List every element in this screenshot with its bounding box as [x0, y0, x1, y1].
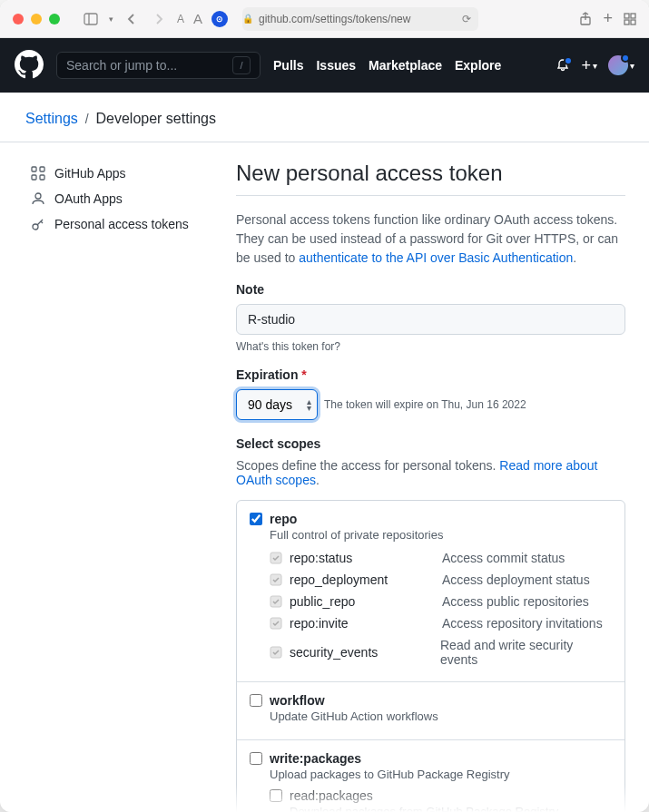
scope-group-write-packages: write:packages Upload packages to GitHub… — [237, 740, 624, 812]
key-icon — [31, 217, 45, 231]
apps-icon — [31, 166, 45, 181]
link-api-auth[interactable]: authenticate to the API over Basic Authe… — [299, 250, 573, 265]
nav-issues[interactable]: Issues — [316, 58, 356, 73]
scopes-description: Scopes define the access for personal to… — [236, 458, 625, 487]
browser-chrome: ▾ A A ⊙ 🔒 github.com/settings/tokens/new… — [0, 0, 649, 38]
scope-row: repo:invite Access repository invitation… — [270, 612, 612, 634]
primary-nav: Pulls Issues Marketplace Explore — [273, 58, 501, 73]
sidebar-item-label: Personal access tokens — [54, 217, 189, 231]
password-extension-icon[interactable]: ⊙ — [211, 11, 228, 27]
new-tab-icon[interactable]: + — [603, 9, 613, 28]
scope-group-workflow: workflow Update GitHub Action workflows — [237, 682, 624, 740]
settings-sidebar: GitHub Apps OAuth Apps Personal access t… — [24, 161, 214, 812]
sidebar-item-github-apps[interactable]: GitHub Apps — [24, 161, 214, 186]
svg-point-11 — [35, 193, 41, 199]
svg-rect-8 — [40, 167, 44, 171]
breadcrumb-current: Developer settings — [95, 111, 216, 126]
sidebar-item-personal-access-tokens[interactable]: Personal access tokens — [24, 211, 214, 237]
scope-desc: Upload packages to GitHub Package Regist… — [270, 768, 612, 781]
svg-rect-3 — [624, 14, 629, 18]
scope-row: security_events Read and write security … — [270, 634, 612, 670]
close-window-icon[interactable] — [13, 14, 24, 24]
page-title: New personal access token — [236, 161, 625, 196]
slash-key-icon: / — [232, 56, 251, 74]
scope-checkbox-write-packages[interactable] — [250, 752, 262, 765]
scope-row: repo_deployment Access deployment status — [270, 569, 612, 591]
scope-checkbox-workflow[interactable] — [250, 694, 262, 707]
forward-button[interactable] — [150, 10, 168, 28]
note-hint: What's this token for? — [236, 340, 625, 353]
scope-name: read:packages — [290, 788, 373, 803]
avatar-icon — [608, 55, 628, 75]
svg-rect-4 — [631, 14, 635, 18]
checked-disabled-icon — [270, 552, 282, 564]
sidebar-toggle-icon[interactable] — [82, 10, 100, 28]
sidebar-item-label: GitHub Apps — [54, 166, 126, 181]
maximize-window-icon[interactable] — [49, 14, 60, 24]
notifications-icon[interactable] — [556, 58, 570, 73]
expiration-select[interactable]: 90 days — [236, 389, 318, 420]
expiration-label: Expiration * — [236, 367, 625, 382]
share-icon[interactable] — [579, 12, 592, 26]
notification-dot-icon — [564, 56, 573, 65]
checked-disabled-icon — [270, 595, 282, 608]
scope-row: public_repo Access public repositories — [270, 591, 612, 612]
scope-name: repo — [270, 512, 297, 526]
url-text: github.com/settings/tokens/new — [259, 13, 410, 25]
window-controls — [13, 14, 60, 24]
minimize-window-icon[interactable] — [31, 14, 42, 24]
github-header: Search or jump to... / Pulls Issues Mark… — [0, 38, 649, 93]
note-input[interactable] — [236, 304, 625, 335]
scope-row: repo:status Access commit status — [270, 547, 612, 569]
svg-rect-6 — [631, 20, 635, 24]
scope-checkbox-repo[interactable] — [250, 513, 262, 525]
back-button[interactable] — [123, 10, 141, 28]
svg-rect-9 — [32, 175, 36, 180]
nav-marketplace[interactable]: Marketplace — [369, 58, 442, 73]
checked-disabled-icon — [270, 646, 282, 659]
main-content: New personal access token Personal acces… — [236, 161, 625, 812]
search-placeholder: Search or jump to... — [66, 58, 177, 73]
expiration-hint: The token will expire on Thu, Jun 16 202… — [324, 398, 526, 411]
person-icon — [31, 191, 45, 206]
note-label: Note — [236, 282, 625, 297]
url-bar[interactable]: 🔒 github.com/settings/tokens/new ⟳ — [242, 7, 478, 31]
nav-pulls[interactable]: Pulls — [273, 58, 303, 73]
scopes-table: repo Full control of private repositorie… — [236, 500, 625, 812]
scope-name: write:packages — [270, 751, 361, 766]
text-size-small-icon[interactable]: A — [177, 13, 184, 25]
svg-rect-7 — [32, 167, 36, 171]
checked-disabled-icon — [270, 573, 282, 586]
scope-desc: Full control of private repositories — [270, 528, 612, 542]
scope-checkbox-read-packages[interactable] — [270, 789, 282, 802]
breadcrumb-settings[interactable]: Settings — [25, 111, 78, 126]
page-description: Personal access tokens function like ord… — [236, 210, 625, 268]
sidebar-item-label: OAuth Apps — [54, 191, 123, 206]
reload-icon[interactable]: ⟳ — [462, 13, 478, 25]
svg-rect-0 — [84, 14, 97, 24]
scopes-heading: Select scopes — [236, 436, 625, 451]
scope-group-repo: repo Full control of private repositorie… — [237, 501, 624, 682]
tabs-overview-icon[interactable] — [624, 13, 636, 25]
github-logo-icon[interactable] — [15, 50, 44, 82]
breadcrumb-sep: / — [85, 112, 89, 126]
nav-explore[interactable]: Explore — [455, 58, 501, 73]
create-new-dropdown[interactable]: +▾ — [581, 56, 597, 75]
search-input[interactable]: Search or jump to... / — [56, 52, 261, 79]
lock-icon: 🔒 — [242, 14, 253, 24]
svg-rect-5 — [624, 20, 629, 24]
checked-disabled-icon — [270, 617, 282, 630]
breadcrumb: Settings / Developer settings — [0, 93, 649, 142]
svg-rect-10 — [40, 175, 44, 180]
scope-desc: Update GitHub Action workflows — [270, 709, 612, 723]
scope-desc: Download packages from GitHub Package Re… — [290, 805, 612, 812]
user-menu[interactable]: ▾ — [608, 55, 634, 75]
scope-name: workflow — [270, 693, 325, 708]
sidebar-item-oauth-apps[interactable]: OAuth Apps — [24, 186, 214, 211]
chevron-down-icon[interactable]: ▾ — [109, 15, 113, 24]
text-size-large-icon[interactable]: A — [193, 11, 202, 26]
